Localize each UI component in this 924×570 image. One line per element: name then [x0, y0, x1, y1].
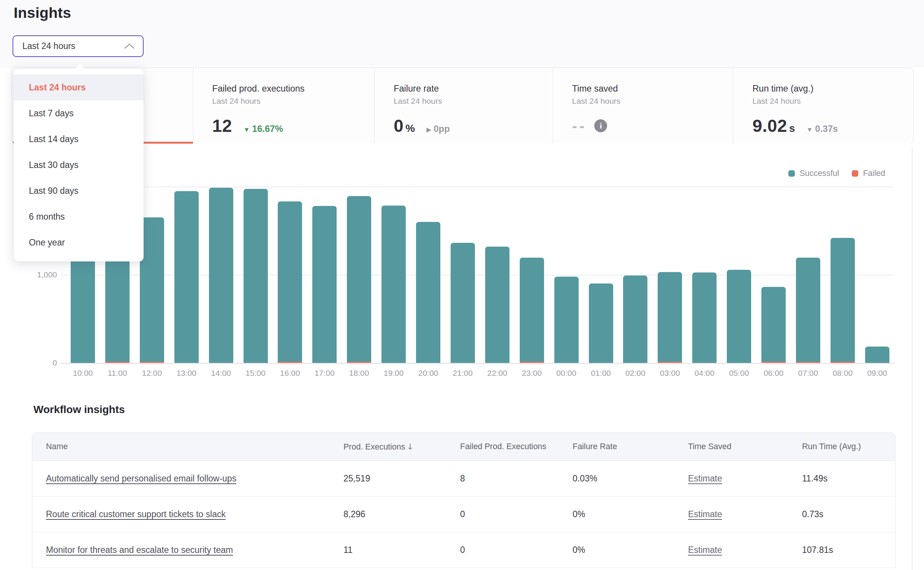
x-axis-label-06:00: 06:00 [755, 369, 793, 378]
legend-label: Failed [863, 169, 885, 178]
gridline-0 [61, 363, 894, 364]
summary-card-value-row: 9.02s▼0.37s [752, 115, 906, 141]
x-axis-label-20:00: 20:00 [409, 369, 447, 378]
workflow-name-cell: Automatically send personalised email fo… [32, 473, 343, 484]
summary-card-title: Failed prod. executions [212, 83, 367, 94]
chart-bar-08:00 [831, 238, 855, 363]
x-axis-label-23:00: 23:00 [513, 369, 551, 378]
chart-bar-failed-segment [761, 362, 786, 363]
x-axis-label-12:00: 12:00 [133, 369, 171, 378]
y-axis-label-0: 0 [15, 358, 57, 367]
estimate-link[interactable]: Estimate [688, 509, 798, 519]
y-axis-label-1000: 1,000 [15, 270, 57, 279]
estimate-link[interactable]: Estimate [688, 545, 798, 555]
chart-bar-02:00 [623, 276, 647, 363]
column-header-label: Failed Prod. Executions [460, 442, 546, 451]
table-body: Automatically send personalised email fo… [32, 461, 895, 568]
x-axis-label-16:00: 16:00 [271, 369, 309, 378]
run-time-cell: 11.49s [802, 473, 895, 484]
x-axis-label-01:00: 01:00 [582, 369, 620, 378]
x-axis-label-00:00: 00:00 [547, 369, 585, 378]
x-axis-label-09:00: 09:00 [858, 369, 896, 378]
chart-bar-00:00 [554, 277, 579, 363]
time-range-option-last-90-days[interactable]: Last 90 days [14, 178, 144, 204]
summary-card-value-row: --i [572, 115, 726, 136]
chart-bar-01:00 [589, 283, 613, 363]
chart-bar-failed-segment [520, 362, 544, 363]
column-header-name[interactable]: Name [32, 442, 343, 451]
info-icon[interactable]: i [594, 119, 607, 132]
x-axis-label-11:00: 11:00 [98, 369, 136, 378]
time-saved-cell: Estimate [688, 509, 802, 519]
x-axis-label-10:00: 10:00 [64, 369, 102, 378]
column-header-label: Failure Rate [573, 442, 617, 451]
x-axis-label-08:00: 08:00 [824, 369, 862, 378]
column-header-failed-prod-executions[interactable]: Failed Prod. Executions [460, 442, 573, 451]
time-range-menu: Last 24 hoursLast 7 daysLast 14 daysLast… [14, 68, 144, 261]
chart-bar-15:00 [244, 189, 268, 363]
legend-swatch-icon [852, 170, 858, 177]
legend-item-successful[interactable]: Successful [788, 169, 839, 178]
summary-card-value-row: 0%▶0pp [394, 115, 545, 141]
summary-card-2[interactable]: Failure rateLast 24 hours0%▶0pp [374, 68, 553, 144]
workflow-name-cell: Monitor for threats and escalate to secu… [32, 545, 343, 555]
column-header-prod-executions[interactable]: Prod. Executions↓ [343, 442, 460, 452]
legend-swatch-icon [788, 170, 795, 177]
time-saved-cell: Estimate [688, 473, 802, 484]
prod-executions-cell: 25,519 [343, 473, 460, 484]
sort-desc-icon: ↓ [407, 442, 414, 451]
workflow-name-link[interactable]: Route critical customer support tickets … [46, 509, 340, 519]
chart-bar-18:00 [347, 196, 371, 363]
x-axis-label-07:00: 07:00 [789, 369, 827, 378]
chart-bar-failed-segment [347, 362, 371, 363]
time-range-option-last-30-days[interactable]: Last 30 days [14, 152, 144, 178]
summary-card-1[interactable]: Failed prod. executionsLast 24 hours12▼1… [193, 68, 375, 144]
summary-card-value: 12 [212, 115, 232, 136]
summary-card-delta-text: 0pp [434, 118, 450, 139]
failure-rate-cell: 0% [573, 545, 688, 555]
workflow-name-link[interactable]: Monitor for threats and escalate to secu… [46, 545, 340, 555]
summary-card-value-suffix: % [405, 118, 415, 139]
page-header-band [0, 0, 924, 68]
column-header-run-time-avg-[interactable]: Run Time (Avg.) [802, 442, 895, 451]
chart-bar-failed-segment [105, 362, 130, 363]
x-axis-label-04:00: 04:00 [685, 369, 723, 378]
triangle-right-icon: ▶ [426, 119, 431, 141]
table-row-0: Automatically send personalised email fo… [32, 461, 895, 497]
summary-card-value: 9.02 [752, 115, 787, 136]
column-header-label: Prod. Executions [343, 442, 405, 451]
summary-card-delta: ▼16.67% [244, 118, 283, 141]
chart-bar-03:00 [658, 272, 682, 363]
chart-bar-07:00 [796, 258, 820, 363]
column-header-label: Name [46, 442, 68, 451]
content-right-divider [912, 147, 913, 570]
summary-card-3[interactable]: Time savedLast 24 hours--i [553, 68, 733, 144]
table-header-row: NameProd. Executions↓Failed Prod. Execut… [32, 433, 895, 461]
time-range-option-last-7-days[interactable]: Last 7 days [14, 100, 144, 126]
summary-card-value: -- [572, 115, 587, 136]
chart-bar-failed-segment [796, 362, 820, 363]
time-range-option-6-months[interactable]: 6 months [14, 204, 144, 230]
time-range-option-last-14-days[interactable]: Last 14 days [14, 126, 144, 152]
chart-bar-19:00 [381, 206, 406, 363]
summary-card-4[interactable]: Run time (avg.)Last 24 hours9.02s▼0.37s [733, 68, 913, 144]
x-axis-label-22:00: 22:00 [478, 369, 516, 378]
triangle-down-icon: ▼ [244, 119, 250, 141]
time-range-select[interactable]: Last 24 hours [13, 35, 144, 57]
time-range-option-one-year[interactable]: One year [14, 230, 144, 255]
summary-card-delta-text: 16.67% [252, 118, 283, 139]
x-axis-label-03:00: 03:00 [651, 369, 689, 378]
chart-bar-failed-segment [140, 362, 164, 363]
failed-prod-executions-cell: 0 [460, 509, 573, 519]
failed-prod-executions-cell: 8 [460, 473, 573, 484]
workflow-name-link[interactable]: Automatically send personalised email fo… [46, 473, 340, 484]
estimate-link[interactable]: Estimate [688, 473, 798, 484]
chart-bar-20:00 [416, 222, 440, 363]
chart-bar-17:00 [312, 206, 337, 363]
column-header-failure-rate[interactable]: Failure Rate [573, 442, 688, 451]
time-range-option-last-24-hours[interactable]: Last 24 hours [14, 74, 144, 100]
legend-item-failed[interactable]: Failed [852, 169, 885, 178]
column-header-time-saved[interactable]: Time Saved [688, 442, 802, 451]
chart-bar-16:00 [278, 201, 302, 363]
x-axis-label-13:00: 13:00 [168, 369, 206, 378]
